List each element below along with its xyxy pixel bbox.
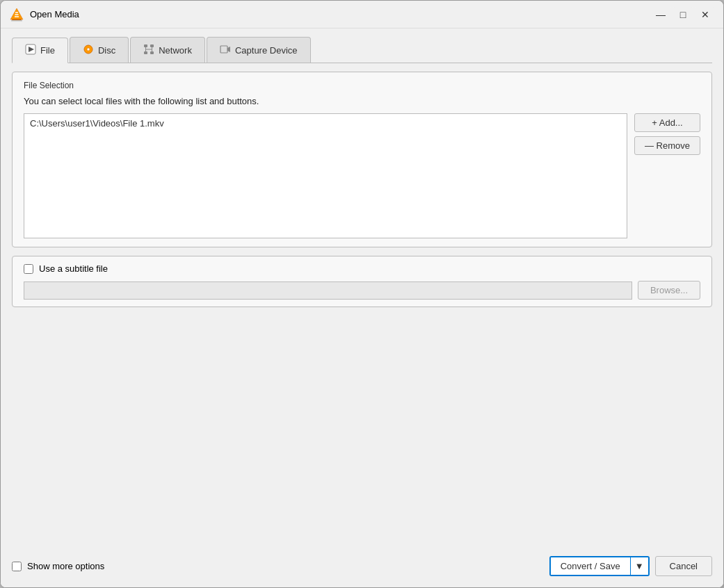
file-list-item: C:\Users\user1\Videos\File 1.mkv [27,117,624,130]
remove-button[interactable]: — Remove [634,136,700,155]
tab-capture[interactable]: Capture Device [207,37,311,63]
svg-marker-20 [227,47,230,52]
subtitle-checkbox[interactable] [24,264,33,274]
network-tab-icon [143,44,154,57]
maximize-button[interactable]: □ [673,7,693,22]
capture-tab-icon [220,44,231,57]
svg-rect-10 [144,44,147,47]
tab-disc[interactable]: Disc [70,37,129,63]
window-title: Open Media [30,9,79,19]
file-list[interactable]: C:\Users\user1\Videos\File 1.mkv [24,113,627,238]
svg-rect-13 [150,51,154,54]
spacer [12,316,712,541]
file-tab-icon [25,44,36,57]
tab-network[interactable]: Network [130,37,205,63]
title-bar: Open Media — □ ✕ [1,1,723,28]
file-panel: File Selection You can select local file… [12,72,712,579]
open-media-window: Open Media — □ ✕ File [0,0,724,588]
convert-save-button-group: Convert / Save ▼ [549,556,650,576]
svg-rect-2 [11,20,22,22]
show-more-checkbox[interactable] [12,562,22,571]
tab-capture-label: Capture Device [235,45,298,56]
svg-rect-12 [144,51,147,54]
svg-point-9 [87,48,90,51]
file-selection-area: C:\Users\user1\Videos\File 1.mkv + Add..… [24,113,700,238]
disc-tab-icon [83,44,94,57]
vlc-icon [9,7,24,22]
svg-rect-19 [220,46,227,53]
tab-network-label: Network [159,45,192,56]
subtitle-group: Use a subtitle file Browse... [12,256,712,307]
show-more-section: Show more options [12,561,104,571]
bottom-bar: Show more options Convert / Save ▼ Cance… [12,549,712,579]
minimize-button[interactable]: — [651,7,670,22]
bottom-buttons: Convert / Save ▼ Cancel [549,556,712,576]
browse-button[interactable]: Browse... [638,281,700,300]
convert-save-dropdown-button[interactable]: ▼ [631,557,648,575]
svg-rect-11 [150,44,154,47]
file-selection-group: File Selection You can select local file… [12,72,712,247]
close-button[interactable]: ✕ [695,7,715,22]
dialog-content: File Disc [1,28,723,587]
file-buttons: + Add... — Remove [634,113,700,155]
file-selection-group-label: File Selection [24,81,700,90]
svg-rect-1 [12,19,22,20]
tab-disc-label: Disc [98,45,115,56]
dropdown-arrow-icon: ▼ [635,561,644,571]
tab-file[interactable]: File [12,38,68,63]
subtitle-path-input[interactable] [24,281,632,300]
title-bar-controls: — □ ✕ [651,7,715,22]
cancel-button[interactable]: Cancel [655,556,712,576]
tab-bar: File Disc [12,37,712,63]
subtitle-row: Browse... [24,281,700,300]
subtitle-header: Use a subtitle file [24,263,700,274]
tab-file-label: File [40,45,55,56]
title-bar-left: Open Media [9,7,79,22]
show-more-label: Show more options [27,561,104,571]
add-button[interactable]: + Add... [634,113,700,132]
file-selection-description: You can select local files with the foll… [24,96,700,106]
convert-save-main-button[interactable]: Convert / Save [551,557,631,575]
svg-marker-0 [10,8,23,19]
subtitle-checkbox-label: Use a subtitle file [39,263,108,274]
